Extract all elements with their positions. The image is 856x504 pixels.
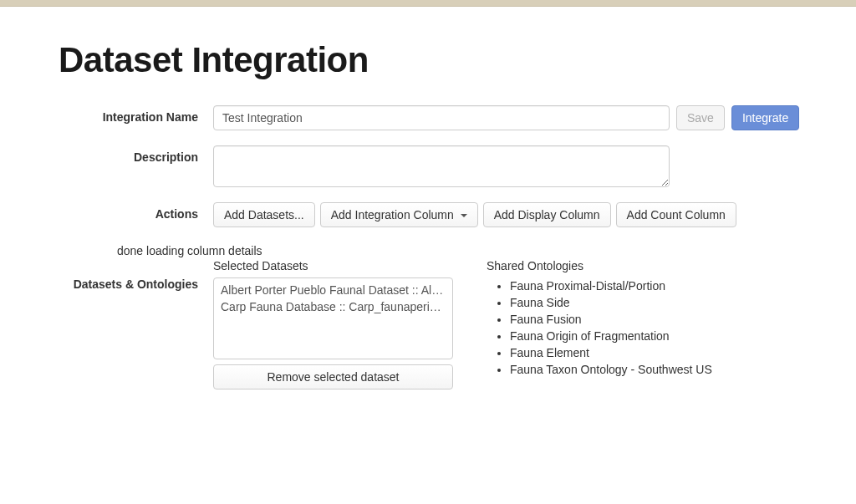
page-title: Dataset Integration bbox=[59, 40, 797, 80]
label-integration-name: Integration Name bbox=[59, 105, 213, 124]
list-item: Fauna Fusion bbox=[510, 311, 797, 328]
description-textarea[interactable] bbox=[213, 145, 670, 187]
list-item: Fauna Proximal-Distal/Portion bbox=[510, 277, 797, 294]
selected-datasets-column: Selected Datasets Albert Porter Pueblo F… bbox=[213, 259, 453, 389]
list-item: Fauna Side bbox=[510, 294, 797, 311]
add-integration-column-button[interactable]: Add Integration Column bbox=[320, 202, 478, 227]
add-display-column-button[interactable]: Add Display Column bbox=[483, 202, 611, 227]
save-button[interactable]: Save bbox=[676, 105, 725, 130]
label-datasets-ontologies: Datasets & Ontologies bbox=[59, 259, 213, 291]
shared-ontologies-column: Shared Ontologies Fauna Proximal-Distal/… bbox=[470, 259, 797, 389]
row-datasets-ontologies: Datasets & Ontologies Selected Datasets … bbox=[59, 259, 797, 389]
shared-ontologies-list: Fauna Proximal-Distal/Portion Fauna Side… bbox=[487, 277, 797, 378]
add-count-column-button[interactable]: Add Count Column bbox=[616, 202, 736, 227]
top-strip bbox=[0, 0, 856, 7]
label-actions: Actions bbox=[59, 202, 213, 221]
status-text: done loading column details bbox=[59, 244, 797, 257]
datasets-section: Selected Datasets Albert Porter Pueblo F… bbox=[213, 259, 797, 389]
integration-name-input[interactable] bbox=[213, 105, 670, 130]
selected-datasets-header: Selected Datasets bbox=[213, 259, 453, 272]
selected-datasets-listbox[interactable]: Albert Porter Pueblo Faunal Dataset :: A… bbox=[213, 277, 453, 359]
label-description: Description bbox=[59, 145, 213, 164]
row-description: Description bbox=[59, 145, 797, 187]
row-actions: Actions Add Datasets... Add Integration … bbox=[59, 202, 797, 227]
list-item: Fauna Taxon Ontology - Southwest US bbox=[510, 361, 797, 378]
add-datasets-button[interactable]: Add Datasets... bbox=[213, 202, 315, 227]
list-item: Fauna Element bbox=[510, 344, 797, 361]
shared-ontologies-header: Shared Ontologies bbox=[487, 259, 797, 272]
integrate-button[interactable]: Integrate bbox=[731, 105, 799, 130]
chevron-down-icon bbox=[461, 214, 467, 217]
add-integration-column-label: Add Integration Column bbox=[331, 208, 454, 221]
remove-selected-dataset-button[interactable]: Remove selected dataset bbox=[213, 364, 453, 389]
row-integration-name: Integration Name Save Integrate bbox=[59, 105, 797, 130]
list-item[interactable]: Albert Porter Pueblo Faunal Dataset :: A… bbox=[214, 282, 452, 298]
main-container: Dataset Integration Integration Name Sav… bbox=[0, 7, 856, 421]
list-item[interactable]: Carp Fauna Database :: Carp_faunaperiodc… bbox=[214, 298, 452, 315]
actions-button-group: Add Datasets... Add Integration Column A… bbox=[213, 202, 736, 227]
list-item: Fauna Origin of Fragmentation bbox=[510, 328, 797, 344]
